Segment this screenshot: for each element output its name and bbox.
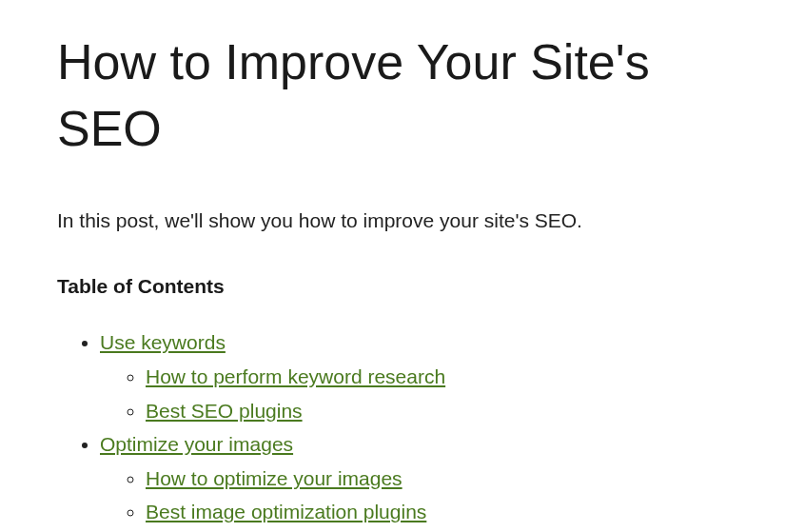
toc-heading: Table of Contents <box>57 275 748 298</box>
toc-list: Use keywords How to perform keyword rese… <box>57 326 748 528</box>
toc-link-keyword-research[interactable]: How to perform keyword research <box>146 365 445 387</box>
page-title: How to Improve Your Site's SEO <box>57 29 748 162</box>
toc-link-image-plugins[interactable]: Best image optimization plugins <box>146 501 426 522</box>
intro-paragraph: In this post, we'll show you how to impr… <box>57 209 748 232</box>
toc-subitem: How to optimize your images <box>146 463 748 495</box>
toc-subitem: Best image optimization plugins <box>146 496 748 528</box>
toc-subitem: How to perform keyword research <box>146 361 748 393</box>
toc-link-optimize-images[interactable]: Optimize your images <box>100 433 293 455</box>
toc-link-seo-plugins[interactable]: Best SEO plugins <box>146 400 303 422</box>
toc-item: Optimize your images How to optimize you… <box>100 428 748 528</box>
toc-link-keywords[interactable]: Use keywords <box>100 331 226 353</box>
toc-link-how-optimize-images[interactable]: How to optimize your images <box>146 467 402 489</box>
toc-subitem: Best SEO plugins <box>146 395 748 427</box>
toc-sublist: How to optimize your images Best image o… <box>100 463 748 528</box>
toc-item: Use keywords How to perform keyword rese… <box>100 326 748 426</box>
toc-sublist: How to perform keyword research Best SEO… <box>100 361 748 426</box>
